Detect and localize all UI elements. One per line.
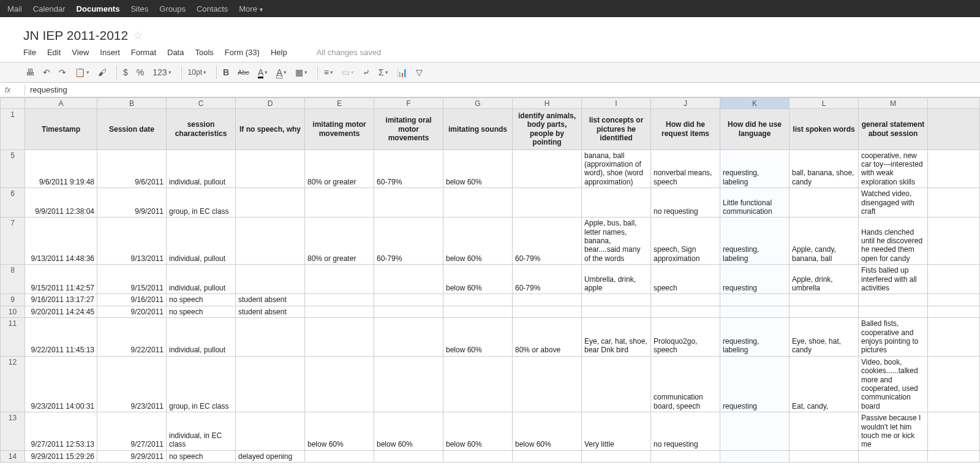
cell[interactable]: 9/20/2011 14:24:45 <box>25 306 97 317</box>
col-header[interactable]: H <box>513 98 582 109</box>
row-header[interactable]: 14 <box>1 450 25 462</box>
filter-button[interactable]: ▽ <box>413 66 425 78</box>
cell[interactable]: requesting, labeling <box>720 149 790 188</box>
cell[interactable]: Apple, drink, umbrella <box>790 265 859 294</box>
cell[interactable]: 9/15/2011 11:42:57 <box>25 265 97 294</box>
cell[interactable]: below 60% <box>443 149 513 188</box>
menu-view[interactable]: View <box>72 48 89 57</box>
cell[interactable]: no speech <box>167 306 236 317</box>
menu-help[interactable]: Help <box>271 48 287 57</box>
nav-contacts[interactable]: Contacts <box>197 4 228 13</box>
bold-button[interactable]: B <box>221 66 232 78</box>
menu-file[interactable]: File <box>23 48 36 57</box>
cell[interactable]: cooperative, new car toy---interested wi… <box>859 149 928 188</box>
cell[interactable]: Proloquo2go, speech <box>651 318 720 357</box>
cell[interactable]: speech <box>651 265 720 294</box>
cell[interactable] <box>582 450 651 462</box>
cell[interactable]: session characteristics <box>167 109 236 150</box>
row-header[interactable]: 11 <box>1 318 25 357</box>
cell[interactable]: Video, book, cookies......talked more an… <box>859 356 928 412</box>
menu-form[interactable]: Form (33) <box>225 48 260 57</box>
cell[interactable]: 9/29/2011 <box>97 450 167 462</box>
cell[interactable] <box>236 265 305 294</box>
redo-icon[interactable]: ↷ <box>56 66 69 78</box>
cell[interactable]: Balled fists, cooperative and enjoys poi… <box>859 318 928 357</box>
cell[interactable]: 9/13/2011 <box>97 218 167 265</box>
nav-sites[interactable]: Sites <box>130 4 148 13</box>
cell[interactable] <box>236 188 305 218</box>
cell[interactable]: no requesting <box>651 412 720 451</box>
cell[interactable] <box>928 149 980 188</box>
cell[interactable] <box>720 412 790 451</box>
cell[interactable]: Eye, shoe, hat, candy <box>790 318 859 357</box>
cell[interactable] <box>236 356 305 412</box>
cell[interactable] <box>859 450 928 462</box>
col-header[interactable]: I <box>582 98 651 109</box>
cell[interactable] <box>236 149 305 188</box>
cell[interactable] <box>443 188 513 218</box>
cell[interactable]: no requesting <box>651 188 720 218</box>
col-header[interactable]: K <box>720 98 790 109</box>
cell[interactable] <box>443 306 513 317</box>
cell[interactable]: 9/27/2011 <box>97 412 167 451</box>
cell[interactable]: Little functional communication <box>720 188 790 218</box>
cell[interactable]: imitating oral motor movements <box>374 109 443 150</box>
cell[interactable]: Passive because I wouldn't let him touch… <box>859 412 928 451</box>
wrap-text-button[interactable]: ⤶ <box>360 66 372 78</box>
cell[interactable]: list concepts or pictures he identified <box>582 109 651 150</box>
cell[interactable] <box>928 318 980 357</box>
cell[interactable]: group, in EC class <box>167 188 236 218</box>
cell[interactable] <box>928 109 980 150</box>
cell[interactable] <box>374 188 443 218</box>
text-color-button[interactable]: A▾ <box>255 66 270 78</box>
cell[interactable] <box>928 306 980 317</box>
cell[interactable]: Eat, candy, <box>790 356 859 412</box>
cell[interactable] <box>928 218 980 265</box>
cell[interactable]: Fists balled up interfered with all acti… <box>859 265 928 294</box>
cell[interactable] <box>443 450 513 462</box>
cell[interactable]: 9/23/2011 <box>97 356 167 412</box>
cell[interactable]: communication board, speech <box>651 356 720 412</box>
cell[interactable] <box>374 306 443 317</box>
cell[interactable]: Eye, car, hat, shoe, bear Dnk bird <box>582 318 651 357</box>
cell[interactable]: 9/15/2011 <box>97 265 167 294</box>
cell[interactable]: Watched video, disengaged with craft <box>859 188 928 218</box>
cell[interactable] <box>236 412 305 451</box>
cell[interactable] <box>374 356 443 412</box>
cell[interactable] <box>374 318 443 357</box>
cell[interactable] <box>582 188 651 218</box>
cell[interactable]: imitating motor movements <box>305 109 374 150</box>
cell[interactable] <box>513 149 582 188</box>
cell[interactable]: imitating sounds <box>443 109 513 150</box>
col-header[interactable]: B <box>97 98 167 109</box>
cell[interactable]: nonverbal means, speech <box>651 149 720 188</box>
align-button[interactable]: ≡▾ <box>322 66 336 78</box>
cell[interactable] <box>374 265 443 294</box>
col-header[interactable]: E <box>305 98 374 109</box>
col-header[interactable]: L <box>790 98 859 109</box>
cell[interactable] <box>513 188 582 218</box>
cell[interactable]: 60-79% <box>374 218 443 265</box>
cell[interactable]: below 60% <box>443 218 513 265</box>
row-header[interactable]: 5 <box>1 149 25 188</box>
cell[interactable] <box>859 294 928 306</box>
menu-tools[interactable]: Tools <box>195 48 213 57</box>
cell[interactable]: below 60% <box>443 265 513 294</box>
cell[interactable] <box>720 306 790 317</box>
cell[interactable] <box>513 294 582 306</box>
cell[interactable] <box>374 294 443 306</box>
cell[interactable]: below 60% <box>513 412 582 451</box>
currency-button[interactable]: $ <box>121 66 130 78</box>
cell[interactable] <box>928 294 980 306</box>
cell[interactable]: requesting <box>720 265 790 294</box>
doc-title[interactable]: JN IEP 2011-2012 <box>23 28 128 43</box>
cell[interactable] <box>928 265 980 294</box>
cell[interactable] <box>513 356 582 412</box>
cell[interactable] <box>720 450 790 462</box>
cell[interactable]: 60-79% <box>513 265 582 294</box>
cell[interactable]: individual, pullout <box>167 318 236 357</box>
col-header[interactable]: M <box>859 98 928 109</box>
cell[interactable] <box>928 412 980 451</box>
cell[interactable] <box>651 306 720 317</box>
cell[interactable] <box>928 188 980 218</box>
